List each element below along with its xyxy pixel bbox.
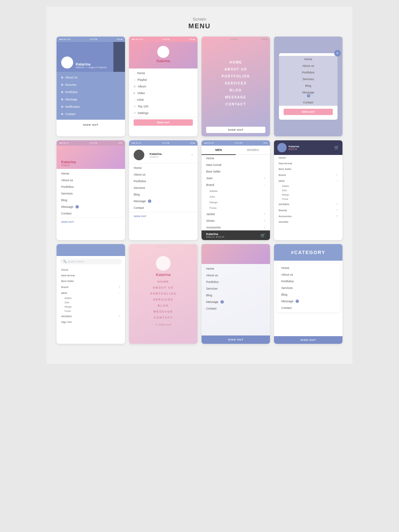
sign-out-button-11[interactable]: SIGN OUT — [201, 335, 270, 344]
list-item[interactable]: Services — [277, 285, 340, 291]
list-item[interactable]: PORTFOLIOS — [222, 74, 250, 78]
list-item[interactable]: ABOUT US — [224, 67, 247, 71]
list-item[interactable]: Message 7 — [201, 299, 270, 305]
tab-men[interactable]: MEN — [201, 146, 236, 155]
list-item[interactable]: ♪Artist — [129, 96, 198, 103]
list-item[interactable]: Contact — [279, 99, 337, 106]
sign-out-button-4[interactable]: SIGN OUT — [284, 109, 332, 115]
list-item[interactable]: Contact — [201, 305, 270, 312]
list-item[interactable]: Blog — [57, 197, 125, 203]
list-item[interactable]: Home — [201, 155, 270, 162]
list-item[interactable]: Puma — [57, 309, 125, 313]
list-item[interactable]: Acessories+ — [274, 213, 342, 219]
list-item[interactable]: Contact — [57, 110, 125, 118]
list-item[interactable]: Message 7 — [129, 198, 198, 204]
list-item[interactable]: Blog — [129, 191, 198, 198]
cart-icon[interactable]: 🛒 — [260, 233, 265, 238]
list-item[interactable]: New Arrival — [274, 161, 342, 166]
list-item[interactable]: CONTACT — [154, 316, 173, 319]
list-item[interactable]: Services — [279, 76, 337, 82]
list-item[interactable]: Beauty+ — [274, 207, 342, 213]
list-item[interactable]: WOMEN+ — [274, 201, 342, 207]
sign-out-button-1[interactable]: SIGN OUT — [61, 122, 120, 128]
list-item[interactable]: Home — [274, 155, 342, 161]
list-item[interactable]: Jacket+ — [201, 211, 270, 217]
list-item[interactable]: Mango — [57, 305, 125, 309]
list-item[interactable]: ★Top 100 — [129, 103, 198, 110]
list-item[interactable]: New Arrival — [57, 273, 125, 278]
list-item[interactable]: Adidas — [201, 188, 270, 194]
list-item[interactable]: Adidas — [57, 296, 125, 300]
list-item[interactable]: Zara — [201, 194, 270, 200]
list-item[interactable]: Best Seller — [274, 166, 342, 172]
close-button-4[interactable]: ✕ — [334, 50, 341, 57]
sign-out-link-5[interactable]: SIGN OUT — [57, 218, 125, 225]
list-item[interactable]: Home — [129, 165, 198, 171]
list-item[interactable]: WOMEN+ — [57, 313, 125, 319]
list-item[interactable]: Portfolios — [57, 184, 125, 190]
list-item[interactable]: Resume — [57, 81, 125, 88]
list-item[interactable]: About us — [201, 272, 270, 279]
list-item[interactable]: About us — [129, 171, 198, 178]
list-item[interactable]: Message 7 — [279, 89, 337, 99]
list-item[interactable]: Services — [201, 285, 270, 292]
list-item[interactable]: Services — [129, 185, 198, 191]
list-item[interactable]: Shortlist — [274, 219, 342, 225]
list-item[interactable]: About us — [279, 63, 337, 69]
list-item[interactable]: SERVICES — [153, 298, 173, 301]
list-item[interactable]: Home — [57, 267, 125, 273]
list-item[interactable]: Home — [279, 56, 337, 63]
list-item[interactable]: Zara — [274, 188, 342, 193]
list-item[interactable]: Home — [277, 265, 340, 271]
list-item[interactable]: MESSAGE — [225, 95, 246, 99]
sign-out-button-3[interactable]: SIGN OUT — [206, 127, 265, 133]
list-item[interactable]: Message 7 — [277, 298, 340, 305]
list-item[interactable]: Blog — [279, 82, 337, 89]
list-item[interactable]: Puma — [201, 205, 270, 211]
list-item[interactable]: ◉Album — [129, 83, 198, 90]
list-item[interactable]: Notification — [57, 103, 125, 110]
list-item[interactable]: Portfolios — [277, 278, 340, 285]
list-item[interactable]: New Arrival — [201, 162, 270, 168]
list-item[interactable]: Best Seller — [201, 168, 270, 175]
list-item[interactable]: Portfolios — [279, 69, 337, 76]
list-item[interactable]: PORTFOLIOS — [150, 292, 177, 295]
list-item[interactable]: MESSAGE — [153, 310, 173, 313]
list-item[interactable]: MEN− — [57, 290, 125, 296]
list-item[interactable]: Shoes+ — [201, 217, 270, 224]
list-item[interactable]: Acessories+ — [201, 224, 270, 231]
list-item[interactable]: HOME — [229, 61, 242, 64]
list-item[interactable]: ⌂Home — [129, 70, 198, 76]
list-item[interactable]: Jean+ — [201, 175, 270, 182]
list-item[interactable]: Home — [201, 265, 270, 272]
list-item[interactable]: Contact — [57, 210, 125, 217]
list-item[interactable]: Best Seller — [57, 278, 125, 284]
list-item[interactable]: Contact — [277, 305, 340, 311]
list-item[interactable]: ⚙Settings — [129, 110, 198, 116]
tab-women[interactable]: WOMEN — [236, 146, 270, 154]
list-item[interactable]: ▶Video — [129, 90, 198, 96]
list-item[interactable]: Portfolios — [57, 88, 125, 96]
list-item[interactable]: Brand− — [201, 182, 270, 188]
list-item[interactable]: About us — [57, 177, 125, 184]
sign-out-link-6[interactable]: SIGN OUT — [129, 213, 198, 220]
sign-out-10[interactable]: ⇥ SIGN OUT — [155, 323, 172, 326]
list-item[interactable]: MEN− — [274, 178, 342, 184]
list-item[interactable]: Portfolios — [201, 279, 270, 285]
list-item[interactable]: ♫Playlist — [129, 76, 198, 83]
list-item[interactable]: CONTACT — [225, 102, 246, 106]
list-item[interactable]: About us — [277, 271, 340, 278]
cart-icon-8[interactable]: 🛒 — [334, 145, 339, 150]
list-item[interactable]: Zara — [57, 300, 125, 305]
list-item[interactable]: HOME — [158, 280, 169, 283]
list-item[interactable]: Blog — [201, 292, 270, 299]
list-item[interactable]: Brand+ — [274, 172, 342, 178]
list-item[interactable]: Services — [57, 190, 125, 197]
list-item[interactable]: BLOG — [230, 88, 242, 92]
list-item[interactable]: Message — [57, 96, 125, 103]
list-item[interactable]: SERVICES — [225, 81, 247, 85]
list-item[interactable]: Home — [57, 170, 125, 177]
list-item[interactable]: Puma — [274, 197, 342, 201]
list-item[interactable]: Adidas — [274, 184, 342, 188]
list-item[interactable]: Sign Out — [57, 319, 125, 325]
